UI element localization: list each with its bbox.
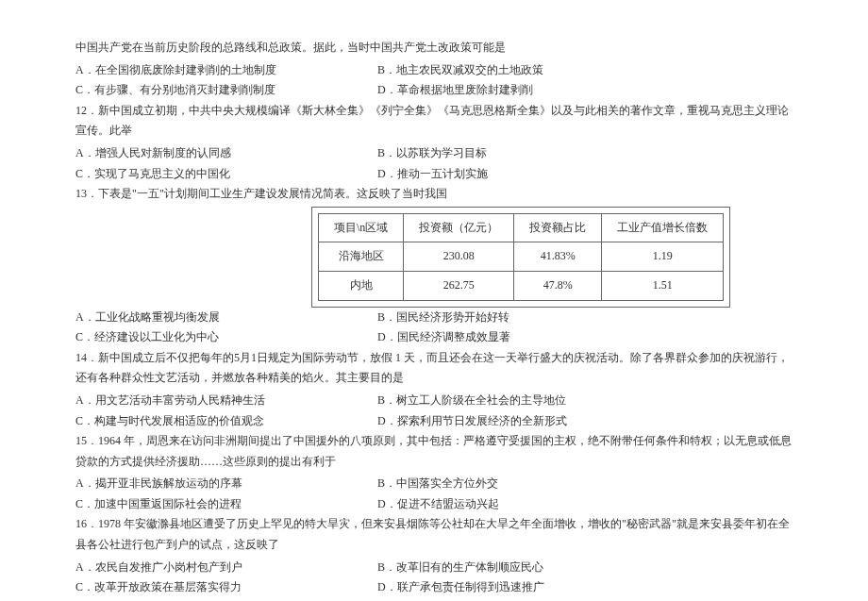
q13-opt-c: C．经济建设以工业化为中心 xyxy=(75,327,340,348)
intro-text: 中国共产党在当前历史阶段的总路线和总政策。据此，当时中国共产党土改政策可能是 xyxy=(75,38,793,58)
t1-r2c2: 262.75 xyxy=(404,271,514,300)
q12-opt-c: C．实现了马克思主义的中国化 xyxy=(75,164,340,185)
q13-opt-b: B．国民经济形势开始好转 xyxy=(377,308,509,328)
q15-opt-c: C．加速中国重返国际社会的进程 xyxy=(75,494,340,515)
q16-opt-d: D．联产承包责任制得到迅速推广 xyxy=(377,577,544,598)
q12-opt-d: D．推动一五计划实施 xyxy=(377,164,488,185)
q16-opt-b: B．改革旧有的生产体制顺应民心 xyxy=(377,558,543,578)
t1-r1c1: 沿海地区 xyxy=(319,242,404,272)
q16-opt-a: A．农民自发推广小岗村包产到户 xyxy=(75,558,340,578)
q14-opt-d: D．探索利用节日发展经济的全新形式 xyxy=(377,411,567,432)
q12-opt-b: B．以苏联为学习目标 xyxy=(377,143,487,164)
intro-opt-b: B．地主农民双减双交的土地政策 xyxy=(377,60,543,81)
q14-text: 14．新中国成立后不仅把每年的5月1日规定为国际劳动节，放假 1 天，而且还会在… xyxy=(75,348,793,389)
t1-r1c2: 230.08 xyxy=(404,242,514,272)
q13-text: 13．下表是"一五"计划期间工业生产建设发展情况简表。这反映了当时我国 xyxy=(75,184,793,205)
table1: 项目\n区域 投资额（亿元） 投资额占比 工业产值增长倍数 沿海地区 230.0… xyxy=(318,213,724,301)
q12-text: 12．新中国成立初期，中共中央大规模编译《斯大林全集》《列宁全集》《马克思恩格斯… xyxy=(75,101,793,142)
q15-opt-d: D．促进不结盟运动兴起 xyxy=(377,494,499,515)
t1-r2c3: 47.8% xyxy=(514,271,602,300)
q12-opt-a: A．增强人民对新制度的认同感 xyxy=(75,143,340,164)
q13-opt-d: D．国民经济调整成效显著 xyxy=(377,327,510,348)
intro-opt-a: A．在全国彻底废除封建剥削的土地制度 xyxy=(75,60,340,81)
t1-r2c1: 内地 xyxy=(319,271,404,300)
intro-opt-d: D．革命根据地里废除封建剥削 xyxy=(377,80,533,101)
t1-r1c3: 41.83% xyxy=(514,242,602,272)
t1-h2: 投资额（亿元） xyxy=(404,213,514,242)
t1-h4: 工业产值增长倍数 xyxy=(602,213,724,242)
q13-opt-a: A．工业化战略重视均衡发展 xyxy=(75,308,340,328)
t1-h3: 投资额占比 xyxy=(514,213,602,242)
q16-text: 16．1978 年安徽滁县地区遭受了历史上罕见的特大旱灾，但来安县烟陈等公社却在… xyxy=(75,514,793,555)
t1-r1c4: 1.19 xyxy=(602,242,724,272)
q15-opt-a: A．揭开亚非民族解放运动的序幕 xyxy=(75,474,340,494)
q15-opt-b: B．中国落实全方位外交 xyxy=(377,474,498,494)
q15-text: 15．1964 年，周恩来在访问非洲期间提出了中国援外的八项原则，其中包括：严格… xyxy=(75,431,793,472)
table1-wrapper: 项目\n区域 投资额（亿元） 投资额占比 工业产值增长倍数 沿海地区 230.0… xyxy=(311,207,730,308)
q14-opt-c: C．构建与时代发展相适应的价值观念 xyxy=(75,411,340,432)
t1-r2c4: 1.51 xyxy=(602,271,724,300)
q14-opt-b: B．树立工人阶级在全社会的主导地位 xyxy=(377,391,566,411)
intro-opt-c: C．有步骤、有分别地消灭封建剥削制度 xyxy=(75,80,340,101)
q14-opt-a: A．用文艺活动丰富劳动人民精神生活 xyxy=(75,391,340,411)
t1-h1: 项目\n区域 xyxy=(319,213,404,242)
q16-opt-c: C．改革开放政策在基层落实得力 xyxy=(75,577,340,598)
